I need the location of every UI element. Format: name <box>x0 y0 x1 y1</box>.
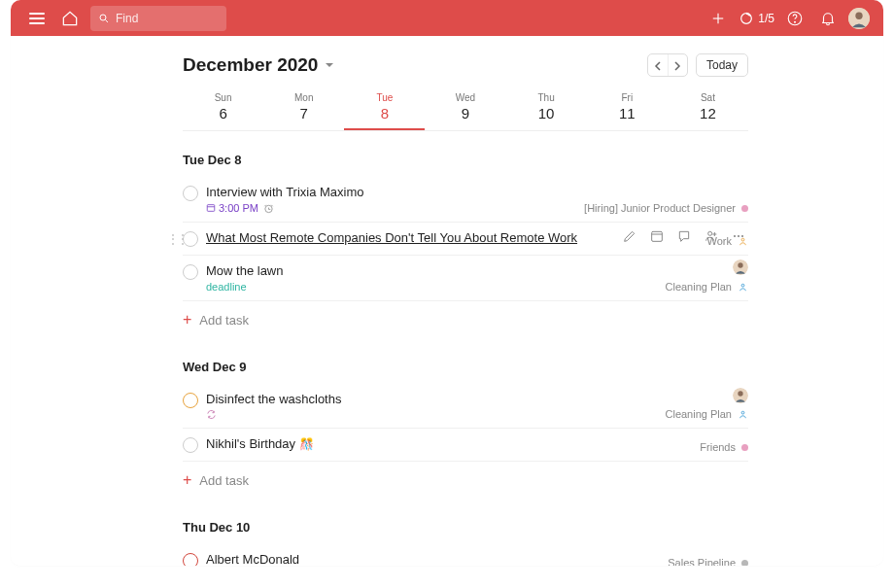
reminder-icon <box>263 203 274 214</box>
add-task-button[interactable]: + Add task <box>183 462 748 499</box>
task-row[interactable]: Interview with Trixia Maximo 3:00 PM [Hi… <box>183 177 748 223</box>
task-project-label[interactable]: Work <box>707 235 748 247</box>
project-dot <box>741 560 748 567</box>
task-title: Disinfect the washcloths <box>206 392 748 406</box>
svg-point-26 <box>741 411 744 414</box>
plus-icon: + <box>183 471 191 489</box>
schedule-task-button[interactable] <box>647 226 667 246</box>
home-button[interactable] <box>57 6 83 31</box>
task-project-label[interactable]: Cleaning Plan <box>666 408 749 420</box>
day-mon[interactable]: Mon7 <box>263 88 344 130</box>
add-task-label: Add task <box>199 473 249 488</box>
user-avatar[interactable] <box>848 8 870 29</box>
task-title: Mow the lawn <box>206 263 748 278</box>
task-row[interactable]: Mow the lawn deadline Cleaning Plan <box>183 256 748 301</box>
task-time-chip: 3:00 PM <box>206 202 258 214</box>
day-thu[interactable]: Thu10 <box>506 88 587 130</box>
help-icon <box>786 10 804 27</box>
prev-week-button[interactable] <box>648 54 668 77</box>
svg-rect-12 <box>652 231 663 241</box>
today-button[interactable]: Today <box>696 53 748 77</box>
day-sun[interactable]: Sun6 <box>183 88 263 130</box>
task-project-label[interactable]: [Hiring] Junior Product Designer <box>584 202 748 214</box>
next-week-button[interactable] <box>668 54 687 77</box>
day-wed[interactable]: Wed9 <box>425 88 505 130</box>
task-checkbox[interactable] <box>183 393 198 408</box>
chevron-down-icon <box>324 59 335 71</box>
svg-point-0 <box>100 15 106 20</box>
edit-task-button[interactable] <box>620 226 639 246</box>
productivity-icon <box>739 11 754 26</box>
quick-add-button[interactable] <box>705 6 731 31</box>
section-heading-thu: Thu Dec 10 <box>183 520 748 535</box>
svg-point-25 <box>738 391 742 396</box>
section-heading-tue: Tue Dec 8 <box>183 153 748 167</box>
chevron-right-icon <box>673 61 681 71</box>
svg-point-8 <box>855 12 862 18</box>
calendar-icon <box>206 203 216 213</box>
svg-point-23 <box>741 284 744 287</box>
svg-rect-9 <box>207 205 215 212</box>
project-dot <box>741 444 748 451</box>
calendar-icon <box>649 228 665 244</box>
avatar-icon <box>848 8 870 29</box>
day-sat[interactable]: Sat12 <box>668 88 748 130</box>
week-nav-group <box>647 53 688 77</box>
task-row[interactable]: Nikhil's Birthday 🎊 Friends <box>183 429 748 462</box>
project-dot <box>741 205 748 212</box>
pencil-icon <box>622 228 637 244</box>
topbar: 1/5 <box>11 0 883 36</box>
chevron-left-icon <box>654 61 662 71</box>
month-label: December 2020 <box>183 54 318 76</box>
task-checkbox[interactable] <box>183 186 198 201</box>
productivity-button[interactable]: 1/5 <box>739 11 774 26</box>
emoji: 🎊 <box>299 437 314 451</box>
bell-icon <box>819 10 837 27</box>
month-selector[interactable]: December 2020 <box>183 54 335 76</box>
task-row[interactable]: Albert McDonald Sales Pipeline <box>183 544 748 566</box>
task-checkbox[interactable] <box>183 437 198 453</box>
task-checkbox[interactable] <box>183 264 198 280</box>
app-window: 1/5 December 2020 <box>11 0 883 566</box>
plus-icon: + <box>183 311 191 329</box>
notifications-button[interactable] <box>815 6 841 31</box>
svg-point-20 <box>741 238 744 241</box>
search-input-wrapper[interactable] <box>90 6 226 31</box>
month-header: December 2020 Today <box>183 53 748 77</box>
drag-handle-icon[interactable]: ⋮⋮ <box>167 232 187 246</box>
task-project-label[interactable]: Sales Pipeline <box>668 557 748 566</box>
day-tue[interactable]: Tue8 <box>344 88 425 130</box>
task-checkbox[interactable] <box>183 553 198 566</box>
home-icon <box>60 9 80 28</box>
task-project-label[interactable]: Friends <box>700 441 748 453</box>
task-title: Interview with Trixia Maximo <box>206 185 748 199</box>
content-area: December 2020 Today <box>11 36 883 566</box>
task-row[interactable]: ⋮⋮ What Most Remote Companies Don't Tell… <box>183 223 748 256</box>
comment-task-button[interactable] <box>674 226 694 246</box>
add-task-button[interactable]: + Add task <box>183 301 748 338</box>
svg-point-22 <box>738 262 742 267</box>
task-title: Nikhil's Birthday 🎊 <box>206 436 748 451</box>
day-fri[interactable]: Fri11 <box>587 88 668 130</box>
help-button[interactable] <box>782 6 808 31</box>
hamburger-icon <box>29 13 45 24</box>
menu-toggle-button[interactable] <box>24 6 50 31</box>
shared-icon <box>738 282 748 293</box>
recurring-icon <box>206 409 217 420</box>
assignee-avatar[interactable] <box>733 388 748 403</box>
shared-icon <box>738 409 748 420</box>
section-heading-wed: Wed Dec 9 <box>183 360 748 374</box>
svg-point-6 <box>795 21 796 22</box>
task-row[interactable]: Disinfect the washcloths Cleaning Plan <box>183 384 748 429</box>
person-icon <box>738 236 748 247</box>
week-strip: Sun6 Mon7 Tue8 Wed9 Thu10 Fri11 Sat12 <box>183 88 748 131</box>
svg-line-1 <box>105 19 107 21</box>
comment-icon <box>676 228 692 244</box>
assignee-avatar[interactable] <box>733 259 748 275</box>
karma-count: 1/5 <box>758 12 774 25</box>
search-input[interactable] <box>116 12 219 25</box>
deadline-label: deadline <box>206 281 247 293</box>
search-icon <box>98 12 110 25</box>
add-task-label: Add task <box>199 313 249 328</box>
task-project-label[interactable]: Cleaning Plan <box>666 281 749 293</box>
